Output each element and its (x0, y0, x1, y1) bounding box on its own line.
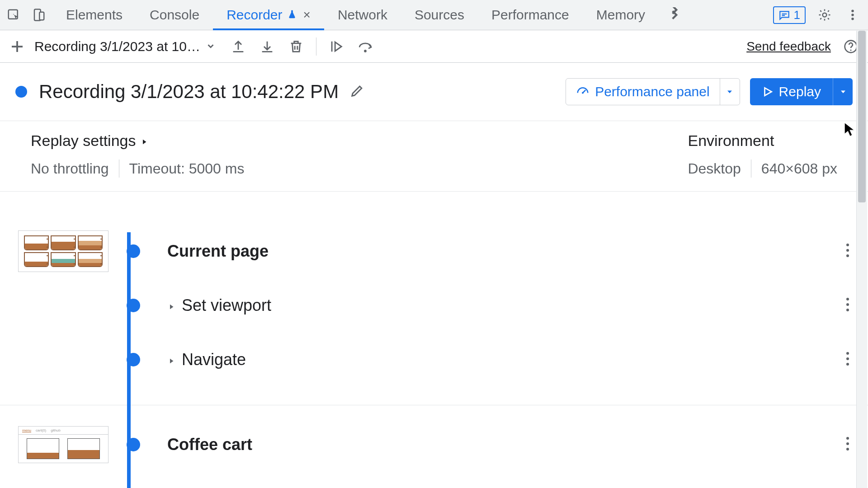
svg-point-16 (846, 309, 849, 311)
svg-point-12 (846, 249, 849, 252)
tab-memory[interactable]: Memory (583, 0, 659, 30)
step-kebab-icon[interactable] (845, 436, 850, 453)
triangle-right-icon (140, 132, 148, 150)
close-tab-icon[interactable]: × (303, 8, 311, 22)
mouse-cursor (844, 122, 855, 139)
edit-title-icon[interactable] (349, 83, 365, 100)
chevron-down-icon (206, 39, 216, 54)
triangle-right-icon[interactable] (167, 350, 175, 369)
step-over-icon[interactable] (356, 38, 374, 56)
timeline-connector (127, 232, 131, 440)
kebab-menu-icon[interactable] (844, 6, 862, 24)
step-kebab-icon[interactable] (845, 352, 850, 368)
step-title: Set viewport (167, 296, 271, 315)
tab-performance[interactable]: Performance (478, 0, 583, 30)
replay-dropdown[interactable] (833, 78, 853, 105)
svg-point-3 (823, 13, 827, 17)
device-toolbar-icon[interactable] (30, 6, 48, 24)
svg-point-20 (846, 437, 849, 440)
separator (751, 160, 751, 178)
recording-header: Recording 3/1/2023 at 10:42:22 PM Perfor… (0, 63, 868, 121)
timeline-node (127, 299, 140, 312)
send-feedback-link[interactable]: Send feedback (746, 39, 831, 54)
svg-point-14 (846, 298, 849, 300)
throttling-value: No throttling (31, 160, 109, 177)
issues-count: 1 (794, 8, 800, 22)
step-title-text: Current page (167, 242, 269, 261)
step-group: Current page Set viewport Navigate (0, 224, 868, 405)
import-recording-icon[interactable] (258, 38, 276, 56)
replay-button[interactable]: Replay (750, 78, 853, 105)
performance-panel-label: Performance panel (595, 84, 709, 99)
tab-label: Elements (66, 7, 123, 23)
more-tabs-icon[interactable] (659, 0, 690, 30)
new-recording-button[interactable] (8, 38, 26, 56)
svg-rect-2 (39, 12, 44, 20)
scrollbar-thumb[interactable] (858, 31, 866, 202)
replay-settings: Replay settings No throttling Timeout: 5… (31, 132, 244, 178)
timeline-node (127, 244, 140, 258)
step-title: Current page (167, 242, 269, 261)
step-thumbnail: menucart(0)github (18, 426, 108, 463)
step-thumbnail (18, 230, 108, 272)
steps-timeline: Current page Set viewport Navigate (0, 192, 868, 481)
tabstrip-trailing: 1 (773, 0, 868, 30)
environment-info: Environment Desktop 640×608 px (688, 132, 837, 178)
export-recording-icon[interactable] (229, 38, 247, 56)
recording-selector[interactable]: Recording 3/1/2023 at 10… (34, 39, 216, 54)
timeout-value: Timeout: 5000 ms (129, 160, 245, 177)
replay-settings-label: Replay settings (31, 132, 136, 150)
tab-sources[interactable]: Sources (401, 0, 478, 30)
performance-panel-main[interactable]: Performance panel (566, 84, 719, 99)
step-kebab-icon[interactable] (845, 297, 850, 314)
settings-gear-icon[interactable] (816, 6, 834, 24)
issues-badge[interactable]: 1 (773, 6, 806, 24)
separator (119, 160, 119, 178)
svg-point-6 (851, 18, 854, 20)
step-replay-icon[interactable] (327, 38, 345, 56)
svg-point-18 (846, 357, 849, 360)
svg-point-10 (582, 92, 584, 94)
svg-point-5 (851, 14, 854, 16)
tab-label: Memory (596, 7, 645, 23)
environment-viewport: 640×608 px (761, 160, 837, 177)
step-title-text: Set viewport (182, 296, 271, 315)
svg-point-7 (364, 50, 367, 52)
step-title: Navigate (167, 350, 246, 369)
tab-console[interactable]: Console (136, 0, 213, 30)
replay-settings-toggle[interactable]: Replay settings (31, 132, 244, 150)
tab-recorder[interactable]: Recorder × (213, 0, 324, 30)
vertical-scrollbar[interactable] (856, 31, 867, 488)
devtools-tabstrip: Elements Console Recorder × Network Sour… (0, 0, 868, 30)
tab-label: Sources (415, 7, 464, 23)
replay-main[interactable]: Replay (750, 78, 833, 105)
tab-label: Network (338, 7, 387, 23)
tab-label: Console (150, 7, 199, 23)
replay-label: Replay (779, 84, 821, 99)
step-kebab-icon[interactable] (845, 243, 850, 259)
svg-point-13 (846, 254, 849, 257)
recorder-toolbar: Recording 3/1/2023 at 10… Send feedback (0, 30, 868, 63)
svg-point-17 (846, 352, 849, 355)
tab-network[interactable]: Network (324, 0, 401, 30)
svg-point-22 (846, 448, 849, 450)
environment-device: Desktop (688, 160, 741, 177)
inspect-element-icon[interactable] (5, 6, 23, 24)
svg-point-15 (846, 303, 849, 306)
svg-point-4 (851, 10, 854, 13)
delete-recording-icon[interactable] (287, 38, 305, 56)
timeline-node (127, 353, 140, 366)
environment-label: Environment (688, 132, 774, 150)
separator (316, 38, 316, 56)
tabstrip-leading-icons (0, 0, 52, 30)
replay-settings-values: No throttling Timeout: 5000 ms (31, 160, 244, 178)
recorder-toolbar-actions (229, 38, 374, 56)
recording-status-dot (15, 86, 27, 98)
performance-panel-dropdown[interactable] (720, 79, 740, 105)
triangle-right-icon[interactable] (167, 296, 175, 315)
performance-panel-button[interactable]: Performance panel (566, 78, 740, 105)
tab-label: Recorder (226, 7, 282, 23)
step-title-text: Coffee cart (167, 435, 252, 454)
step-title-text: Navigate (182, 350, 246, 369)
tab-elements[interactable]: Elements (52, 0, 136, 30)
